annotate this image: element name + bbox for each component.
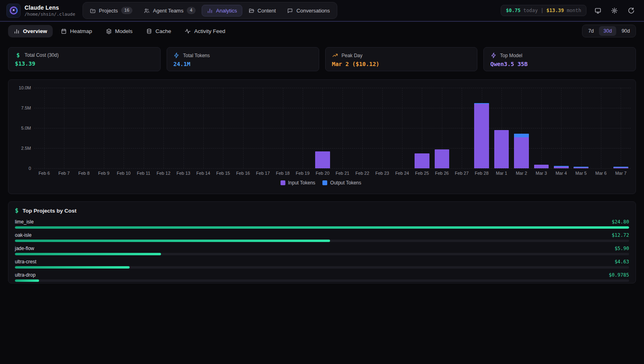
refresh-icon[interactable] — [627, 7, 634, 14]
output-tokens-segment — [514, 134, 529, 137]
tab-heatmap[interactable]: Heatmap — [55, 25, 98, 37]
chart-plot-area — [34, 88, 631, 168]
timeframe-group: 7d 30d 90d — [582, 25, 636, 37]
stacked-bar — [474, 103, 489, 168]
timeframe-7d[interactable]: 7d — [584, 26, 598, 36]
activity-icon — [185, 28, 191, 34]
nav-item-conversations[interactable]: Conversations — [282, 5, 335, 17]
legend-output-tokens: Output Tokens — [322, 180, 361, 186]
stat-card: Peak Day Mar 2 ($10.12) — [325, 47, 478, 71]
chart-column-feb-6[interactable] — [34, 88, 54, 168]
chart-column-feb-21[interactable] — [332, 88, 352, 168]
chart-column-feb-10[interactable] — [114, 88, 134, 168]
y-tick: 2.5M — [21, 146, 31, 151]
chart-column-feb-17[interactable] — [253, 88, 272, 168]
chart-column-mar-6[interactable] — [591, 88, 611, 168]
tokens-chart-card: 10.0M7.5M5.0M2.5M0 Feb 6Feb 7Feb 8Feb 9F… — [8, 79, 636, 194]
stat-cards: $ Total Cost (30d) $13.39 Total Tokens 2… — [0, 47, 644, 71]
chart-column-feb-8[interactable] — [74, 88, 94, 168]
top-projects-card: $ Top Projects by Cost lime_isle $24.80 … — [8, 201, 636, 283]
chart-column-feb-11[interactable] — [134, 88, 153, 168]
input-tokens-segment — [315, 151, 330, 168]
usage-month: $13.39 — [547, 8, 564, 13]
chart-column-feb-12[interactable] — [153, 88, 173, 168]
tab-cache[interactable]: Cache — [140, 25, 177, 37]
project-name: oak-isle — [15, 232, 31, 238]
projects-title: Top Projects by Cost — [23, 208, 76, 214]
nav-item-agent-teams[interactable]: Agent Teams 4 — [138, 4, 201, 17]
chart-column-mar-3[interactable] — [531, 88, 551, 168]
chart-x-axis: Feb 6Feb 7Feb 8Feb 9Feb 10Feb 11Feb 12Fe… — [34, 171, 631, 176]
stat-value: $13.39 — [15, 60, 154, 67]
chart-column-mar-4[interactable] — [551, 88, 571, 168]
chart-column-feb-15[interactable] — [213, 88, 233, 168]
x-tick: Mar 6 — [591, 171, 611, 176]
usage-today: $0.75 — [506, 8, 520, 13]
chart-column-feb-13[interactable] — [173, 88, 193, 168]
x-tick: Feb 18 — [273, 171, 293, 176]
input-tokens-segment — [554, 167, 569, 168]
chart-column-feb-20[interactable] — [313, 88, 332, 168]
timeframe-90d[interactable]: 90d — [617, 26, 634, 36]
x-tick: Feb 27 — [452, 171, 472, 176]
tab-models[interactable]: Models — [100, 25, 138, 37]
project-cost-bar — [15, 226, 629, 229]
chart-column-feb-27[interactable] — [452, 88, 472, 168]
tab-overview[interactable]: Overview — [8, 25, 53, 37]
nav-item-label: Content — [258, 8, 276, 14]
chart-column-feb-25[interactable] — [412, 88, 432, 168]
timeframe-30d[interactable]: 30d — [599, 26, 616, 36]
chart-column-mar-1[interactable] — [491, 88, 511, 168]
stacked-bar — [574, 167, 588, 168]
nav-item-content[interactable]: Content — [243, 5, 281, 17]
x-tick: Feb 11 — [134, 171, 153, 176]
gear-icon[interactable] — [611, 7, 618, 14]
chart-column-feb-9[interactable] — [94, 88, 114, 168]
usage-month-label: month — [567, 8, 581, 13]
chart-column-feb-23[interactable] — [372, 88, 392, 168]
database-icon — [146, 28, 152, 34]
brand: Claude Lens /home/shsin/.claude — [6, 4, 75, 18]
y-tick: 5.0M — [21, 126, 31, 130]
chart-column-feb-16[interactable] — [233, 88, 253, 168]
project-cost-bar — [15, 279, 629, 282]
chart-column-feb-24[interactable] — [392, 88, 412, 168]
chart-column-mar-7[interactable] — [611, 88, 631, 168]
stat-value: 24.1M — [173, 61, 312, 67]
project-row: ultra-drop $0.9785 — [15, 272, 629, 282]
input-tokens-segment — [574, 168, 588, 168]
nav-item-projects[interactable]: Projects 16 — [85, 4, 138, 17]
x-tick: Feb 26 — [432, 171, 452, 176]
chart-column-feb-14[interactable] — [193, 88, 213, 168]
legend-swatch — [281, 180, 285, 185]
chart-column-mar-5[interactable] — [571, 88, 591, 168]
main-nav: Projects 16 Agent Teams 4 Analytics Cont… — [83, 2, 337, 19]
chart-column-mar-2[interactable] — [512, 88, 531, 168]
y-tick: 0 — [29, 166, 31, 171]
chat-icon — [287, 8, 293, 14]
x-tick: Feb 10 — [114, 171, 134, 176]
x-tick: Mar 4 — [551, 171, 571, 176]
tab-activity-feed[interactable]: Activity Feed — [179, 25, 231, 37]
chart-column-feb-26[interactable] — [432, 88, 452, 168]
chart-column-feb-19[interactable] — [293, 88, 312, 168]
nav-item-label: Projects — [99, 8, 118, 14]
project-cost-bar — [15, 240, 629, 242]
stat-card: Top Model Qwen3.5 35B — [483, 47, 636, 71]
stacked-bar — [613, 167, 628, 168]
project-cost-bar — [15, 266, 629, 269]
x-tick: Feb 15 — [213, 171, 233, 176]
input-tokens-segment — [534, 165, 549, 168]
chart-column-feb-18[interactable] — [273, 88, 293, 168]
nav-item-analytics[interactable]: Analytics — [202, 5, 242, 17]
monitor-icon[interactable] — [594, 7, 601, 14]
x-tick: Mar 2 — [512, 171, 531, 176]
chart-column-feb-28[interactable] — [472, 88, 491, 168]
x-tick: Feb 9 — [94, 171, 114, 176]
project-cost: $0.9785 — [609, 272, 629, 278]
chart-column-feb-7[interactable] — [54, 88, 74, 168]
chart-column-feb-22[interactable] — [353, 88, 372, 168]
view-tab-label: Models — [115, 28, 133, 34]
stacked-bar — [415, 153, 429, 168]
usage-today-label: today — [523, 8, 538, 13]
